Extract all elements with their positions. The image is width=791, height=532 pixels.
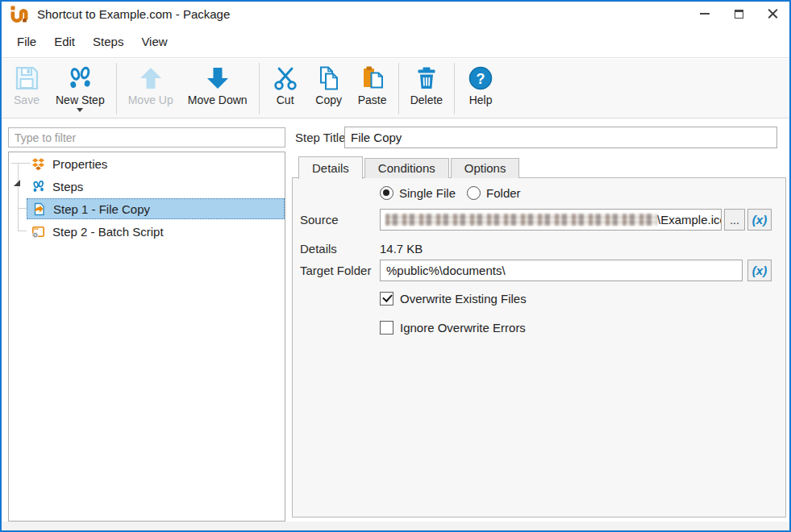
variable-x-icon: (x) [752,213,767,227]
tree-item-step2[interactable]: Step 2 - Batch Script [9,220,285,243]
tree-item-label: Steps [52,180,83,193]
filter-input[interactable] [8,127,285,148]
ignore-errors-row: Ignore Overwrite Errors [380,321,526,335]
tree-item-properties[interactable]: Properties [9,152,285,175]
new-step-button[interactable]: New Step [48,61,112,116]
copy-label: Copy [315,94,342,106]
tree-item-step1[interactable]: Step 1 - File Copy [9,197,285,220]
titlebar: Shortcut to Example.com - Package [2,2,789,26]
tab-options[interactable]: Options [451,158,520,178]
source-path-suffix: \Example.ico [657,213,722,227]
move-up-button: Move Up [121,61,181,116]
window-title: Shortcut to Example.com - Package [37,7,230,21]
step-title-label: Step Title [295,127,346,148]
move-up-label: Move Up [128,94,173,106]
minimize-button[interactable] [688,2,722,26]
properties-icon [31,157,45,171]
details-tab-panel: Single File Folder Source \Example.ico .… [292,177,786,517]
maximize-icon [735,10,743,19]
help-button[interactable]: ? Help [459,61,502,116]
cut-button[interactable]: Cut [264,61,307,116]
source-input[interactable]: \Example.ico [380,209,722,231]
details-label: Details [300,238,337,260]
folder-radio[interactable] [467,186,481,200]
batch-script-step-icon [31,225,45,239]
step-title-input[interactable] [344,127,777,148]
menu-edit[interactable]: Edit [45,30,84,53]
tree-item-label: Properties [52,157,107,171]
step-tabs: Details Conditions Options [298,156,521,178]
menu-steps[interactable]: Steps [84,30,132,53]
save-icon [12,64,41,93]
paste-button[interactable]: Paste [351,61,394,116]
menu-file[interactable]: File [8,30,45,53]
delete-button[interactable]: Delete [403,61,450,116]
maximize-button[interactable] [722,2,756,26]
source-label: Source [300,209,339,231]
folder-label: Folder [486,186,521,200]
close-button[interactable] [756,2,789,26]
tab-details[interactable]: Details [298,156,363,179]
minimize-icon [700,13,710,15]
move-down-button[interactable]: Move Down [181,61,255,116]
tree-item-steps[interactable]: Steps [9,175,285,197]
tree-row-content: Step 2 - Batch Script [27,221,285,242]
file-size-value: 14.7 KB [380,238,423,260]
package-tree: Properties Steps [8,152,285,522]
save-label: Save [14,94,40,106]
menu-view[interactable]: View [132,30,176,53]
app-logo-icon [9,4,28,23]
copy-icon [314,64,343,93]
file-copy-step-icon [32,202,46,216]
cut-label: Cut [277,94,294,106]
delete-label: Delete [410,94,443,106]
selected-row-highlight: Step 1 - File Copy [27,198,285,219]
steps-icon [31,180,45,193]
file-mode-radios: Single File Folder [380,186,521,200]
browse-button[interactable]: ... [724,209,745,231]
arrow-down-icon [203,64,232,93]
scissors-icon [271,64,300,93]
overwrite-existing-row: Overwrite Existing Files [380,292,527,305]
overwrite-existing-checkbox[interactable] [380,292,393,305]
tab-conditions[interactable]: Conditions [364,158,449,178]
help-icon: ? [466,64,495,93]
arrow-up-icon [136,64,165,93]
footprints-icon [65,64,94,93]
svg-text:?: ? [477,71,485,87]
new-step-dropdown-arrow[interactable] [77,108,83,112]
tree-item-label: Step 2 - Batch Script [52,225,164,239]
variable-x-icon: (x) [752,264,767,277]
ignore-errors-checkbox[interactable] [380,321,393,335]
paste-label: Paste [358,94,387,106]
single-file-radio[interactable] [380,186,393,200]
app-window: Shortcut to Example.com - Package File E… [0,0,791,532]
toolbar-separator [454,63,455,114]
save-button: Save [5,61,48,116]
toolbar-separator [398,63,399,114]
target-folder-label: Target Folder [300,260,371,281]
toolbar-separator [259,63,260,114]
toolbar: Save New Step [2,59,789,118]
single-file-label: Single File [399,186,456,200]
tree-item-label: Step 1 - File Copy [53,202,150,216]
redacted-path-text [385,214,657,226]
toolbar-separator [116,63,117,114]
move-down-label: Move Down [188,94,248,106]
menubar: File Edit Steps View [2,26,789,58]
copy-button[interactable]: Copy [307,61,351,116]
bottom-strip [2,522,789,530]
insert-variable-button[interactable]: (x) [747,209,772,231]
help-label: Help [469,94,493,106]
insert-variable-button[interactable]: (x) [747,260,772,281]
close-icon [768,9,778,19]
new-step-label: New Step [56,94,105,106]
paste-icon [358,64,387,93]
trash-icon [412,64,441,93]
target-folder-input[interactable] [380,260,743,281]
ignore-errors-label: Ignore Overwrite Errors [400,321,526,335]
overwrite-existing-label: Overwrite Existing Files [400,292,527,305]
window-controls [688,2,789,26]
